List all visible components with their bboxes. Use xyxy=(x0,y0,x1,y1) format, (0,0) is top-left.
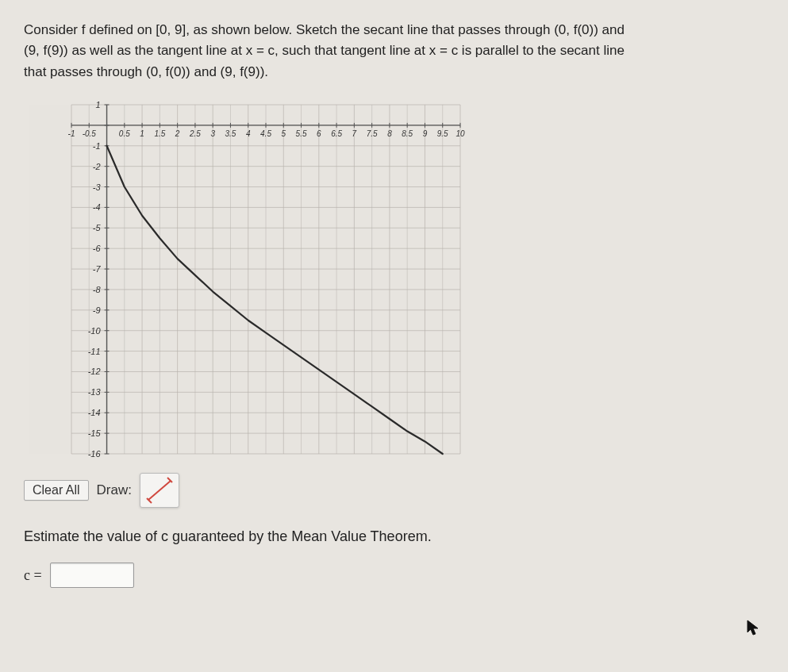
draw-label: Draw: xyxy=(97,482,132,498)
problem-line2: (9, f(9)) as well as the tangent line at… xyxy=(24,43,625,58)
svg-text:0.5: 0.5 xyxy=(119,129,130,138)
problem-statement: Consider f defined on [0, 9], as shown b… xyxy=(24,20,764,83)
svg-text:-16: -16 xyxy=(88,449,102,459)
answer-row: c = xyxy=(24,563,764,588)
svg-text:-13: -13 xyxy=(88,387,102,397)
svg-text:6.5: 6.5 xyxy=(331,129,342,138)
mouse-cursor-icon xyxy=(746,619,760,636)
svg-text:1: 1 xyxy=(140,129,144,138)
svg-text:-3: -3 xyxy=(93,182,102,192)
svg-text:-1: -1 xyxy=(68,129,75,138)
svg-text:-0.5: -0.5 xyxy=(83,129,97,138)
graph-canvas[interactable]: -1-0.50.511.522.533.544.555.566.577.588.… xyxy=(24,97,764,465)
svg-text:-8: -8 xyxy=(93,285,102,294)
svg-text:-11: -11 xyxy=(88,347,101,356)
svg-text:8: 8 xyxy=(387,129,392,138)
svg-text:8.5: 8.5 xyxy=(402,129,413,138)
problem-line3: that passes through (0, f(0)) and (9, f(… xyxy=(24,64,268,79)
svg-text:-4: -4 xyxy=(93,202,101,212)
svg-line-124 xyxy=(148,481,171,500)
svg-text:7: 7 xyxy=(352,129,357,138)
svg-text:10: 10 xyxy=(456,129,465,138)
line-tool-button[interactable] xyxy=(140,473,179,508)
svg-text:-9: -9 xyxy=(93,305,101,315)
svg-text:5.5: 5.5 xyxy=(296,129,307,138)
function-plot: -1-0.50.511.522.533.544.555.566.577.588.… xyxy=(24,97,468,462)
svg-text:3: 3 xyxy=(210,129,215,138)
answer-label: c = xyxy=(24,567,42,584)
svg-text:-12: -12 xyxy=(88,367,101,377)
problem-line1: Consider f defined on [0, 9], as shown b… xyxy=(24,22,625,37)
drawing-toolbar: Clear All Draw: xyxy=(24,473,764,508)
svg-text:4.5: 4.5 xyxy=(260,129,271,138)
svg-text:-10: -10 xyxy=(88,326,102,336)
svg-text:-2: -2 xyxy=(93,162,101,171)
svg-text:4: 4 xyxy=(246,129,251,138)
c-value-input[interactable] xyxy=(50,563,134,588)
svg-text:2: 2 xyxy=(175,129,180,138)
svg-text:9.5: 9.5 xyxy=(437,129,448,138)
svg-text:3.5: 3.5 xyxy=(225,129,236,138)
svg-text:-6: -6 xyxy=(93,244,102,253)
svg-text:-14: -14 xyxy=(88,408,101,417)
svg-text:-7: -7 xyxy=(93,264,102,274)
svg-text:-5: -5 xyxy=(93,223,102,232)
svg-rect-0 xyxy=(29,105,460,454)
svg-text:1: 1 xyxy=(95,100,100,109)
svg-text:2.5: 2.5 xyxy=(189,129,201,138)
svg-text:1.5: 1.5 xyxy=(154,129,165,138)
svg-text:9: 9 xyxy=(423,129,428,138)
svg-text:7.5: 7.5 xyxy=(367,129,378,138)
svg-text:-15: -15 xyxy=(88,428,102,438)
line-tool-icon xyxy=(144,476,175,505)
estimate-prompt: Estimate the value of c guaranteed by th… xyxy=(24,528,764,545)
svg-text:5: 5 xyxy=(281,129,286,138)
clear-all-button[interactable]: Clear All xyxy=(24,480,89,501)
svg-text:6: 6 xyxy=(317,129,321,138)
svg-text:-1: -1 xyxy=(93,141,101,151)
